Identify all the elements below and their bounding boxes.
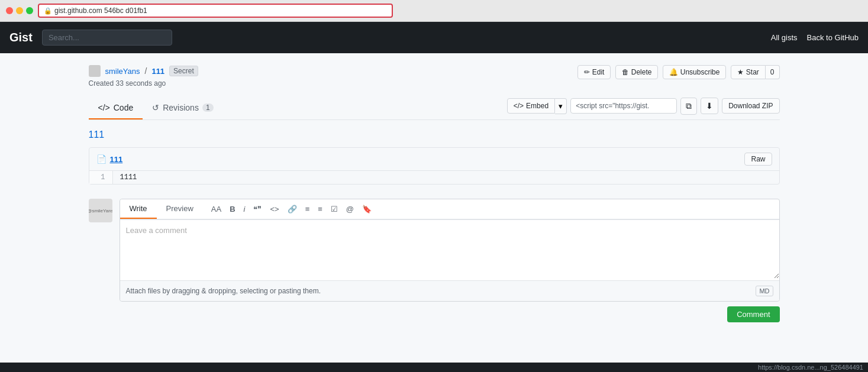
code-content: 1 1111: [89, 171, 779, 184]
toolbar: </> Embed ▾ ⧉ ⬇ Download ZIP: [507, 98, 780, 119]
format-mention-button[interactable]: @: [344, 203, 356, 215]
comment-submit-row: Comment: [89, 306, 780, 322]
copy-icon-button[interactable]: ⧉: [680, 98, 697, 115]
format-buttons: AA B i ❝❞ <> 🔗 ≡ ≡ ☑ @ 🔖: [209, 203, 374, 215]
url-text: 546bc d01fb1: [104, 7, 147, 15]
minimize-btn[interactable]: [16, 7, 23, 14]
file-header: 📄 111 Raw: [89, 148, 779, 171]
format-link-button[interactable]: 🔗: [285, 203, 299, 215]
star-button[interactable]: ★ Star: [731, 65, 765, 79]
all-gists-link[interactable]: All gists: [771, 33, 798, 42]
back-to-github-link[interactable]: Back to GitHub: [807, 33, 859, 42]
code-icon: </>: [98, 103, 110, 112]
tabs-bar: </> Code ↺ Revisions 1 </> Embed ▾ ⧉: [89, 97, 780, 120]
gist-filename-link[interactable]: 111: [151, 67, 164, 76]
embed-dropdown-button[interactable]: ▾: [555, 98, 567, 114]
slash: /: [145, 66, 147, 76]
comment-tabs: Write Preview AA B i ❝❞ <> 🔗 ≡ ≡ ☑ @ 🔖: [120, 199, 779, 219]
file-title-heading: 111: [89, 130, 780, 140]
raw-button[interactable]: Raw: [744, 153, 772, 166]
comment-box: Write Preview AA B i ❝❞ <> 🔗 ≡ ≡ ☑ @ 🔖: [120, 199, 780, 302]
owner-name-link[interactable]: smileYans: [105, 67, 140, 76]
star-count: 0: [766, 65, 780, 79]
format-quote-button[interactable]: ❝❞: [251, 203, 264, 215]
comment-write-tab[interactable]: Write: [120, 199, 157, 219]
tab-code-label: Code: [114, 103, 133, 112]
embed-url-input[interactable]: [570, 98, 677, 114]
tab-revisions[interactable]: ↺ Revisions 1: [143, 97, 222, 119]
search-input[interactable]: [42, 30, 172, 46]
format-italic-button[interactable]: i: [241, 203, 248, 215]
tab-revisions-label: Revisions: [163, 103, 199, 112]
download-icon-button[interactable]: ⬇: [701, 98, 718, 114]
gist-created: Created 33 seconds ago: [89, 79, 198, 88]
comment-hint: Attach files by dragging & dropping, sel…: [126, 287, 321, 295]
browser-controls: [6, 7, 33, 14]
gist-owner: smileYans / 111 Secret: [89, 65, 198, 77]
nav-links: All gists Back to GitHub: [771, 33, 859, 42]
embed-icon: </>: [514, 102, 524, 110]
gist-header: smileYans / 111 Secret Created 33 second…: [89, 65, 780, 88]
badge-secret: Secret: [169, 66, 198, 76]
tab-code[interactable]: </> Code: [89, 97, 143, 119]
file-section: 📄 111 Raw 1 1111: [89, 147, 780, 185]
revisions-count: 1: [202, 103, 214, 112]
main-content: smileYans / 111 Secret Created 33 second…: [79, 53, 789, 334]
maximize-btn[interactable]: [26, 7, 33, 14]
navbar: Gist All gists Back to GitHub: [0, 22, 868, 53]
comment-toolbar: AA B i ❝❞ <> 🔗 ≡ ≡ ☑ @ 🔖: [203, 199, 779, 219]
format-ol-button[interactable]: ≡: [315, 203, 325, 215]
embed-group: </> Embed ▾: [507, 98, 567, 114]
format-bold-button[interactable]: B: [227, 203, 237, 215]
unsubscribe-button[interactable]: 🔔 Unsubscribe: [663, 65, 726, 79]
code-line-1: 1 1111: [89, 171, 779, 184]
delete-button[interactable]: 🗑 Delete: [615, 65, 658, 79]
edit-button[interactable]: ✏ Edit: [577, 65, 611, 79]
line-number-1: 1: [89, 171, 113, 184]
file-icon: 📄: [96, 154, 107, 164]
download-icon: ⬇: [706, 101, 713, 111]
close-btn[interactable]: [6, 7, 13, 14]
format-ul-button[interactable]: ≡: [303, 203, 312, 215]
gist-owner-section: smileYans / 111 Secret Created 33 second…: [89, 65, 198, 88]
copy-icon: ⧉: [686, 101, 692, 111]
markdown-icon: MD: [756, 286, 773, 296]
format-code-button[interactable]: <>: [267, 203, 281, 215]
format-aa-button[interactable]: AA: [209, 203, 224, 215]
domain-text: gist.github.com: [54, 7, 102, 15]
comment-preview-tab[interactable]: Preview: [157, 199, 203, 219]
comment-footer: Attach files by dragging & dropping, sel…: [120, 280, 779, 301]
avatar-placeholder: @smileYans: [89, 208, 112, 214]
action-buttons: ✏ Edit 🗑 Delete 🔔 Unsubscribe ★ Star 0: [577, 65, 779, 79]
address-bar[interactable]: 🔒 gist.github.com 546bc d01fb1: [38, 4, 393, 18]
tabs: </> Code ↺ Revisions 1: [89, 97, 223, 119]
comment-textarea[interactable]: [120, 219, 779, 279]
nav-logo[interactable]: Gist: [9, 31, 33, 44]
revisions-icon: ↺: [152, 103, 159, 112]
line-code-1: 1111: [113, 171, 779, 184]
embed-button[interactable]: </> Embed: [507, 98, 555, 114]
format-task-button[interactable]: ☑: [328, 203, 340, 215]
browser-chrome: 🔒 gist.github.com 546bc d01fb1: [0, 0, 868, 22]
avatar: [89, 65, 101, 77]
file-title: 📄 111: [96, 154, 123, 164]
lock-icon: 🔒: [44, 7, 52, 15]
star-group: ★ Star 0: [731, 65, 779, 79]
commenter-avatar: @smileYans: [89, 199, 112, 222]
address-text: gist.github.com 546bc d01fb1: [54, 7, 147, 15]
comment-submit-button[interactable]: Comment: [727, 306, 779, 322]
download-zip-button[interactable]: Download ZIP: [722, 98, 779, 114]
embed-label: Embed: [526, 102, 548, 110]
file-name-link[interactable]: 111: [110, 155, 123, 164]
format-bookmark-button[interactable]: 🔖: [360, 203, 374, 215]
comment-section: @smileYans Write Preview AA B i ❝❞ <> 🔗 …: [89, 199, 780, 302]
